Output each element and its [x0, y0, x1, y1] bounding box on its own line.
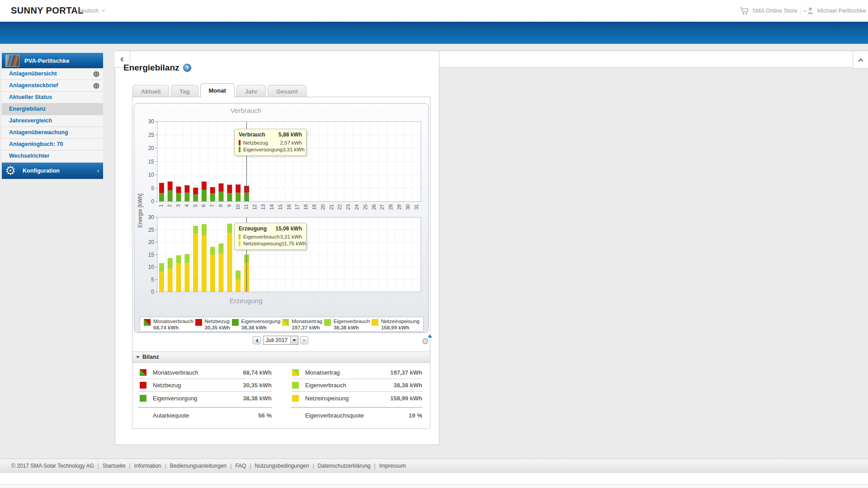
- previous-month-button[interactable]: [253, 336, 261, 344]
- legend-color-chip: [324, 319, 331, 326]
- y-axis-tick-label: 15: [138, 252, 154, 258]
- bilanz-panel: Bilanz Monatsverbrauch68,74 kWhNetzbezug…: [132, 352, 430, 429]
- footer-link[interactable]: Startseite: [103, 463, 126, 469]
- x-axis-tick-label: 22: [337, 204, 342, 210]
- gear-icon: ⚙: [5, 163, 16, 179]
- bilanz-color-chip: [140, 369, 146, 376]
- x-axis-tick-label: 12: [252, 204, 257, 210]
- tab-bar: AktuellTagMonatJahrGesamt: [132, 83, 308, 98]
- legend-color-chip: [232, 319, 239, 326]
- triangle-up-icon: [428, 334, 432, 338]
- bilanz-color-chip: [292, 369, 299, 376]
- dropdown-arrow-icon: [290, 336, 298, 344]
- footer-link[interactable]: Nutzungsbedingungen: [255, 463, 309, 469]
- y-axis-tick-label: 20: [138, 239, 154, 245]
- help-icon[interactable]: ?: [183, 64, 191, 72]
- plant-thumbnail: [5, 55, 19, 67]
- legend-item: Eigenversorgung38,38 kWh: [232, 319, 281, 331]
- x-axis-tick-label: 8: [218, 204, 223, 207]
- x-axis-tick-label: 31: [414, 204, 419, 210]
- x-axis-tick-label: 17: [294, 204, 300, 210]
- sidebar-item[interactable]: Aktueller Status: [2, 92, 103, 103]
- bilanz-row: Netzbezug30,35 kWh: [138, 379, 272, 392]
- sidebar-item[interactable]: Anlagenlogbuch: 70: [2, 139, 103, 150]
- globe-icon: [93, 83, 99, 89]
- y-axis-tick-label: 15: [138, 159, 154, 165]
- legend-color-chip: [372, 319, 378, 326]
- tab-aktuell[interactable]: Aktuell: [132, 85, 169, 98]
- sidebar-item[interactable]: Anlagenübersicht: [2, 68, 103, 80]
- user-menu[interactable]: Michael Perlitschke: [807, 7, 868, 15]
- language-selector[interactable]: Deutsch: [78, 8, 104, 14]
- footer-link[interactable]: Impressum: [379, 463, 406, 469]
- x-axis-tick-label: 5: [193, 204, 198, 207]
- x-axis-tick-label: 28: [388, 204, 393, 210]
- y-axis-tick-label: 20: [138, 145, 154, 151]
- footer-link[interactable]: Bedienungsanleitungen: [170, 463, 226, 469]
- bilanz-quote-row: Eigenverbrauchsquote19 %: [291, 407, 422, 423]
- x-axis-tick-label: 24: [354, 204, 359, 210]
- top-bar: SUNNY PORTAL Deutsch SMA Online Store Mi…: [0, 0, 868, 22]
- tab-monat[interactable]: Monat: [200, 83, 235, 98]
- x-axis-tick-label: 3: [175, 204, 181, 207]
- legend-item: Monatsverbrauch68,74 kWh: [144, 319, 193, 331]
- footer-link[interactable]: Datenschutzerklärung: [318, 463, 371, 469]
- chart-tooltip: Verbrauch5,88 kWhNetzbezug2,57 kWhEigenv…: [234, 129, 307, 156]
- x-axis-tick-label: 9: [226, 204, 232, 207]
- footer-separator: |: [230, 463, 231, 469]
- chevron-left-icon: [121, 57, 125, 62]
- x-axis-tick-label: 19: [311, 204, 317, 210]
- x-axis-tick-label: 11: [243, 204, 249, 209]
- plant-header[interactable]: PVA-Perlitschke: [2, 53, 103, 68]
- page: SUNNY PORTAL Deutsch SMA Online Store Mi…: [0, 0, 868, 488]
- footer-separator: |: [313, 463, 314, 469]
- tab-jahr[interactable]: Jahr: [236, 85, 266, 98]
- language-label: Deutsch: [78, 8, 99, 14]
- copyright-label: © 2017 SMA Solar Technology AG: [11, 463, 94, 469]
- sidebar-item-label: Anlagenübersicht: [9, 70, 57, 77]
- footer-link[interactable]: FAQ: [235, 463, 246, 469]
- user-name-label: Michael Perlitschke: [817, 8, 866, 14]
- arrow-right-icon: [303, 338, 306, 343]
- plant-name-label: PVA-Perlitschke: [24, 57, 69, 64]
- gear-icon: ⚙: [421, 336, 429, 346]
- sidebar-item[interactable]: Energiebilanz: [2, 103, 103, 115]
- legend-color-chip: [144, 319, 151, 326]
- sidebar-item-label: Aktueller Status: [9, 94, 52, 100]
- month-select[interactable]: Juli 2017: [263, 336, 298, 345]
- footer-link[interactable]: Information: [134, 463, 161, 469]
- footer-separator: |: [98, 463, 99, 469]
- x-axis-tick-label: 30: [405, 204, 410, 210]
- tab-tag[interactable]: Tag: [171, 85, 198, 98]
- bilanz-title: Bilanz: [142, 354, 159, 360]
- tab-gesamt[interactable]: Gesamt: [268, 85, 307, 98]
- sidebar-item[interactable]: Jahresvergleich: [2, 115, 103, 127]
- bilanz-row: Eigenverbrauch38,38 kWh: [291, 379, 422, 392]
- footer-separator: |: [374, 463, 376, 469]
- chart-settings-button[interactable]: ⚙: [421, 336, 432, 347]
- bilanz-header[interactable]: Bilanz: [132, 352, 430, 363]
- header-divider: [800, 7, 801, 15]
- online-store-menu[interactable]: SMA Online Store: [740, 7, 806, 15]
- next-month-button[interactable]: [300, 336, 308, 344]
- x-axis-tick-label: 2: [167, 204, 172, 207]
- sidebar-item-label: Jahresvergleich: [9, 117, 52, 124]
- sidebar-item-konfiguration[interactable]: ⚙ Konfiguration ›: [2, 163, 103, 179]
- sidebar-item[interactable]: Wechselrichter: [2, 150, 103, 162]
- x-axis-tick-label: 6: [201, 204, 206, 207]
- date-navigation: Juli 2017: [132, 335, 430, 346]
- legend-item: Monatsertrag197,37 kWh: [282, 319, 322, 331]
- bilanz-color-chip: [292, 382, 299, 389]
- scroll-top-button[interactable]: [853, 51, 868, 69]
- sidebar-item[interactable]: Anlagensteckbrief: [2, 80, 103, 92]
- x-axis-tick-label: 29: [396, 204, 402, 210]
- sidebar-item-label: Anlagenüberwachung: [9, 129, 68, 136]
- x-axis-tick-label: 13: [260, 204, 266, 210]
- cart-icon: [740, 7, 749, 15]
- sidebar-item[interactable]: Anlagenüberwachung: [2, 127, 103, 139]
- page-title: Energiebilanz: [123, 63, 179, 73]
- x-axis-tick-label: 15: [278, 204, 283, 210]
- x-axis-tick-label: 14: [269, 204, 274, 210]
- x-axis-tick-label: 21: [329, 204, 334, 210]
- y-axis-tick-label: 0: [138, 289, 154, 295]
